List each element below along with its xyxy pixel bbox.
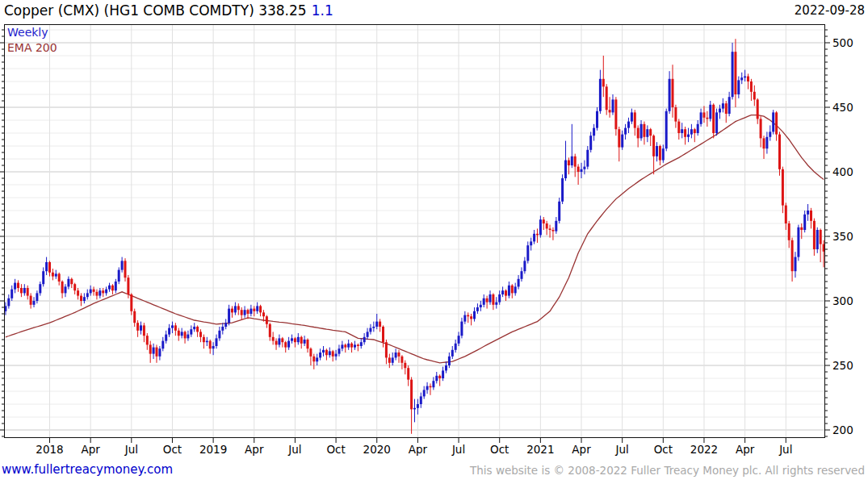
candle-body <box>388 357 391 362</box>
candle-body <box>256 306 258 311</box>
candle-body <box>309 348 312 357</box>
candle-body <box>39 284 41 293</box>
candle-body <box>451 350 454 357</box>
candle-body <box>269 324 271 337</box>
candle-body <box>577 167 580 172</box>
candle-body <box>124 261 127 277</box>
candle-body <box>52 273 54 277</box>
candle-body <box>218 331 220 339</box>
candle-body <box>546 223 548 228</box>
candle-body <box>181 332 183 336</box>
candle-body <box>385 342 388 357</box>
candle-body <box>706 118 708 119</box>
candle-body <box>111 286 114 290</box>
candle-body <box>734 52 736 94</box>
candle-body <box>322 350 325 353</box>
candle-body <box>395 353 397 357</box>
candle-body <box>719 109 721 113</box>
candle-body <box>382 327 384 342</box>
candle-body <box>690 129 693 134</box>
candle-body <box>30 296 32 305</box>
candle-body <box>725 103 728 114</box>
candle-body <box>108 286 111 290</box>
candle-body <box>400 357 403 363</box>
candle-body <box>432 381 434 387</box>
candle-body <box>90 290 92 294</box>
candle-body <box>231 309 233 313</box>
candle-body <box>495 302 497 305</box>
candle-body <box>149 344 152 353</box>
candle-body <box>146 336 149 344</box>
candle-body <box>652 136 655 156</box>
candle-body <box>684 129 686 137</box>
candle-body <box>196 327 199 332</box>
candle-body <box>769 131 771 136</box>
candle-body <box>455 344 457 350</box>
candle-body <box>697 124 699 133</box>
candle-body <box>813 221 816 249</box>
candle-body <box>596 111 598 128</box>
candle-body <box>294 338 296 342</box>
x-tick-label: 2020 <box>363 443 391 456</box>
candlestick-chart[interactable]: 2002503003504004505002018AprJulOct2019Ap… <box>0 0 868 460</box>
x-tick-label: Apr <box>81 443 100 456</box>
candle-body <box>467 315 469 317</box>
candle-body <box>574 156 577 167</box>
y-tick-label: 350 <box>832 230 853 243</box>
candle-body <box>514 286 517 293</box>
x-tick-label: Jul <box>778 443 792 456</box>
candle-body <box>357 344 359 346</box>
candle-body <box>501 290 504 294</box>
candle-body <box>174 325 177 330</box>
candle-body <box>209 341 212 349</box>
candle-body <box>99 290 101 295</box>
candle-body <box>300 337 303 344</box>
candle-body <box>67 279 69 287</box>
candle-body <box>687 135 690 137</box>
x-tick-label: 2022 <box>690 443 718 456</box>
candle-body <box>259 306 262 312</box>
candle-body <box>533 234 535 242</box>
candle-body <box>140 325 142 330</box>
candle-body <box>237 306 240 310</box>
x-tick-label: Oct <box>163 443 182 456</box>
candle-body <box>586 150 589 167</box>
candle-body <box>398 353 400 357</box>
candle-body <box>86 293 89 297</box>
candle-body <box>325 350 328 355</box>
x-tick-label: Apr <box>572 443 591 456</box>
candle-body <box>407 368 409 379</box>
candle-body <box>589 136 592 150</box>
candle-body <box>417 404 419 408</box>
candle-body <box>190 329 192 334</box>
candle-body <box>518 279 520 287</box>
candle-body <box>581 169 583 172</box>
candle-body <box>549 228 551 230</box>
candle-body <box>442 370 444 378</box>
candle-body <box>612 99 614 112</box>
candle-body <box>737 80 740 94</box>
candle-body <box>360 342 363 346</box>
candle-body <box>156 348 158 357</box>
y-tick-label: 450 <box>832 101 853 114</box>
x-tick-label: 2019 <box>199 443 227 456</box>
candle-body <box>568 161 570 165</box>
candle-body <box>228 309 230 323</box>
candle-body <box>221 327 224 331</box>
x-tick-label: Jul <box>287 443 301 456</box>
candle-body <box>284 342 287 347</box>
candle-body <box>319 353 321 357</box>
candle-body <box>448 357 451 365</box>
x-tick-label: Apr <box>245 443 264 456</box>
candle-body <box>77 290 79 295</box>
candle-body <box>392 357 394 362</box>
candle-body <box>435 376 438 381</box>
candle-body <box>505 290 507 295</box>
website-link[interactable]: www.fullertreacymoney.com <box>2 462 173 477</box>
candle-body <box>709 105 711 119</box>
candle-body <box>168 328 170 335</box>
candle-body <box>791 240 794 271</box>
x-tick-label: Oct <box>326 443 345 456</box>
candle-body <box>244 310 246 315</box>
candle-body <box>677 122 680 133</box>
